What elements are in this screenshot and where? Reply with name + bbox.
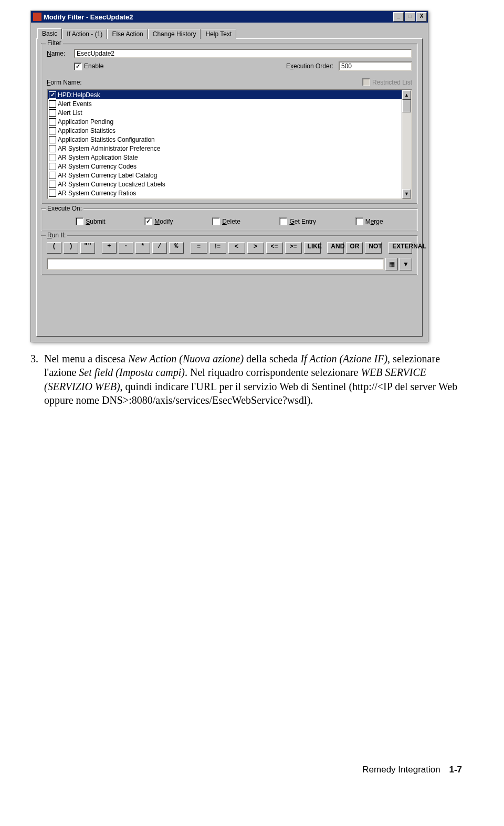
op-button[interactable]: OR — [346, 242, 363, 254]
op-button[interactable]: % — [169, 242, 184, 254]
execute-on-merge[interactable]: Merge — [355, 217, 383, 225]
scroll-down-button[interactable]: ▼ — [402, 189, 411, 198]
execute-on-submit[interactable]: Submit — [76, 217, 105, 225]
op-button[interactable]: <= — [266, 242, 283, 254]
app-icon — [33, 13, 41, 21]
form-list-row[interactable]: AR System Currency Localized Labels — [48, 180, 402, 189]
enable-checkbox[interactable] — [74, 62, 82, 70]
execute-on-label: Delete — [222, 218, 240, 225]
form-list-row[interactable]: Alert Events — [48, 99, 402, 108]
op-button[interactable]: + — [102, 242, 117, 254]
form-list-checkbox[interactable] — [49, 136, 56, 143]
form-list-row[interactable]: Application Pending — [48, 117, 402, 126]
tab-else-action[interactable]: Else Action — [107, 29, 148, 39]
form-list-checkbox[interactable] — [49, 172, 56, 179]
execute-on-checkbox[interactable] — [355, 217, 363, 225]
dropdown-button[interactable]: ▼ — [400, 258, 412, 270]
run-if-legend: Run If: — [46, 232, 67, 239]
name-label: Name: — [47, 50, 74, 57]
op-button[interactable]: AND — [327, 242, 344, 254]
execute-on-group: Execute On: SubmitModifyDeleteGet EntryM… — [41, 208, 418, 231]
op-button[interactable]: != — [209, 242, 226, 254]
form-list-label: Application Pending — [58, 118, 113, 126]
execute-on-legend: Execute On: — [46, 205, 83, 212]
form-list-row[interactable]: AR System Application State — [48, 153, 402, 162]
modify-filter-dialog: Modify Filter - EsecUpdate2 _ □ X Basic … — [30, 11, 428, 342]
tab-basic[interactable]: Basic — [37, 28, 62, 39]
step-number: 3. — [30, 352, 44, 407]
op-button[interactable]: * — [135, 242, 150, 254]
op-button[interactable]: ) — [64, 242, 78, 254]
op-button[interactable]: < — [228, 242, 245, 254]
op-button[interactable]: EXTERNAL — [388, 242, 412, 254]
form-list-label: AR System Application State — [58, 154, 138, 161]
form-list-row[interactable]: AR System Currency Ratios — [48, 189, 402, 197]
form-list-label: AR System Currency Ratios — [58, 190, 136, 197]
form-list-row[interactable]: AR System Administrator Preference — [48, 144, 402, 153]
scroll-thumb[interactable] — [402, 100, 411, 112]
restricted-list-checkbox — [362, 78, 370, 86]
form-list-checkbox[interactable] — [49, 190, 56, 197]
execute-on-checkbox[interactable] — [279, 217, 287, 225]
scroll-track[interactable] — [402, 100, 411, 189]
close-button[interactable]: X — [416, 12, 427, 22]
op-button[interactable]: > — [247, 242, 264, 254]
op-button[interactable]: "" — [80, 242, 95, 254]
scroll-up-button[interactable]: ▲ — [402, 90, 411, 100]
window-title: Modify Filter - EsecUpdate2 — [44, 13, 392, 21]
run-if-input[interactable] — [47, 258, 384, 270]
form-list-checkbox[interactable] — [49, 127, 56, 134]
op-button[interactable]: LIKE — [304, 242, 321, 254]
op-button[interactable]: NOT — [365, 242, 382, 254]
filter-group: Filter Name: Enable Execution Order: — [41, 43, 418, 204]
execute-on-checkbox[interactable] — [76, 217, 83, 225]
form-list-row[interactable]: Application Statistics — [48, 126, 402, 135]
execute-on-label: Merge — [365, 218, 383, 225]
page-number: 1-7 — [449, 765, 462, 775]
form-list-checkbox[interactable] — [49, 145, 56, 152]
title-bar: Modify Filter - EsecUpdate2 _ □ X — [31, 11, 428, 23]
execute-on-modify[interactable]: Modify — [144, 217, 173, 225]
execute-on-checkbox[interactable] — [212, 217, 220, 225]
expression-builder-button[interactable]: ▦ — [385, 258, 398, 270]
execute-on-get-entry[interactable]: Get Entry — [279, 217, 316, 225]
execute-on-checkbox[interactable] — [144, 217, 152, 225]
minimize-button[interactable]: _ — [393, 12, 404, 22]
form-list-checkbox[interactable] — [49, 91, 56, 99]
execute-on-delete[interactable]: Delete — [212, 217, 240, 225]
form-list-checkbox[interactable] — [49, 109, 56, 117]
tab-help-text[interactable]: Help Text — [201, 29, 236, 39]
form-list-label: AR System Administrator Preference — [58, 145, 160, 152]
page-footer: Remedy Integration 1-7 — [30, 765, 462, 775]
form-list-checkbox[interactable] — [49, 154, 56, 161]
form-list-checkbox[interactable] — [49, 163, 56, 170]
form-list-label: HPD:HelpDesk — [58, 91, 100, 99]
form-list-label: AR System Currency Localized Labels — [58, 181, 165, 188]
op-button[interactable]: - — [119, 242, 133, 254]
form-name-list[interactable]: HPD:HelpDeskAlert EventsAlert ListApplic… — [47, 89, 412, 200]
form-list-row[interactable]: AR System Currency Codes — [48, 162, 402, 171]
op-button[interactable]: = — [191, 242, 207, 254]
tab-if-action[interactable]: If Action - (1) — [62, 29, 107, 39]
name-input[interactable] — [74, 49, 412, 58]
form-list-row[interactable]: AR System Currency Label Catalog — [48, 171, 402, 180]
exec-order-input[interactable] — [339, 61, 412, 71]
form-list-checkbox[interactable] — [49, 181, 56, 188]
form-list-row[interactable]: Alert List — [48, 108, 402, 117]
tab-pane-basic: Filter Name: Enable Execution Order: — [36, 38, 423, 337]
exec-order-label: Execution Order: — [286, 62, 333, 70]
execute-on-label: Modify — [154, 218, 173, 225]
op-button[interactable]: / — [152, 242, 167, 254]
op-button[interactable]: ( — [47, 242, 61, 254]
form-list-label: AR System Currency Codes — [58, 163, 136, 170]
form-list-row[interactable]: HPD:HelpDesk — [48, 90, 402, 99]
tab-strip: Basic If Action - (1) Else Action Change… — [36, 28, 423, 38]
maximize-button[interactable]: □ — [405, 12, 415, 22]
tab-change-history[interactable]: Change History — [148, 29, 201, 39]
instruction-step-3: 3. Nel menu a discesa New Action (Nuova … — [30, 352, 462, 407]
op-button[interactable]: >= — [285, 242, 302, 254]
form-list-checkbox[interactable] — [49, 118, 56, 126]
form-list-row[interactable]: Application Statistics Configuration — [48, 135, 402, 144]
form-list-checkbox[interactable] — [49, 100, 56, 108]
form-list-scrollbar[interactable]: ▲ ▼ — [402, 90, 411, 198]
